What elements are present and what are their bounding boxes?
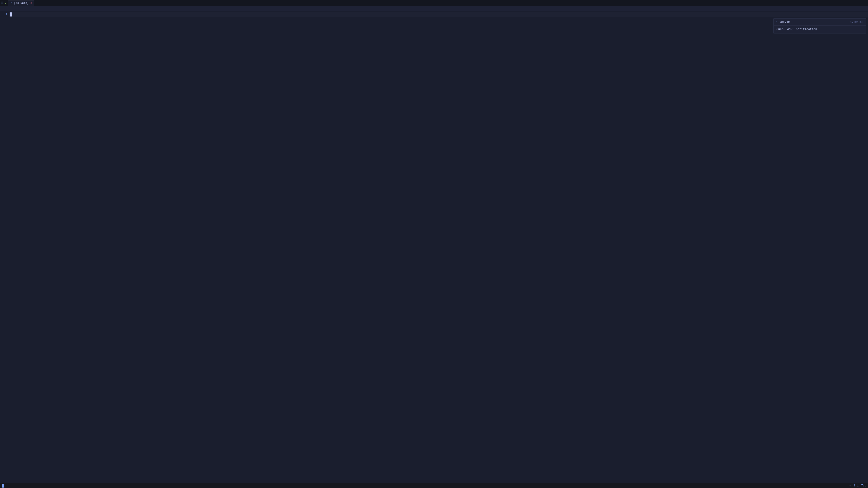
status-left [2, 484, 4, 488]
line-numbers-gutter: 1 [0, 11, 9, 483]
winbar-right [164, 6, 867, 11]
status-right: ⚙ 1:1 Top [849, 484, 866, 487]
notification-info-icon: ℹ [776, 20, 778, 24]
notification-header: ℹ Neovim 17:05:52 [774, 19, 866, 26]
notification-body: Such, wow, notification. [774, 26, 866, 33]
winbar-left [1, 6, 164, 11]
status-bar: ⚙ 1:1 Top [0, 483, 868, 488]
menu-icon[interactable]: ☰ [1, 1, 3, 5]
winbar [0, 6, 868, 11]
notification-message: Such, wow, notification. [776, 28, 819, 31]
editor-line-1 [9, 12, 868, 17]
tab-close-button[interactable]: × [31, 2, 32, 4]
status-mode-indicator [2, 484, 4, 488]
tab-bar: ☰ ▶ 🗒 [No Name] × [0, 0, 868, 6]
cursor [10, 12, 12, 17]
tab-bar-icons: ☰ ▶ [1, 1, 6, 5]
settings-icon: ⚙ [849, 484, 851, 487]
file-icon: 🗒 [10, 2, 13, 4]
app-container: ☰ ▶ 🗒 [No Name] × 1 ℹ [0, 0, 868, 488]
play-icon[interactable]: ▶ [5, 2, 6, 4]
notification-title: Neovim [779, 20, 790, 24]
status-position: 1:1 [854, 484, 859, 487]
notification-title-area: ℹ Neovim [776, 20, 790, 24]
notification-time: 17:05:52 [850, 21, 863, 24]
editor-area: 1 ℹ Neovim 17:05:52 Such, wow, notificat… [0, 11, 868, 483]
notification-popup: ℹ Neovim 17:05:52 Such, wow, notificatio… [774, 19, 866, 33]
tab-item[interactable]: 🗒 [No Name] × [8, 0, 34, 6]
status-top-label: Top [861, 484, 866, 487]
editor-content[interactable] [9, 11, 868, 483]
tab-label: [No Name] [14, 2, 29, 5]
line-number-1: 1 [6, 12, 7, 17]
